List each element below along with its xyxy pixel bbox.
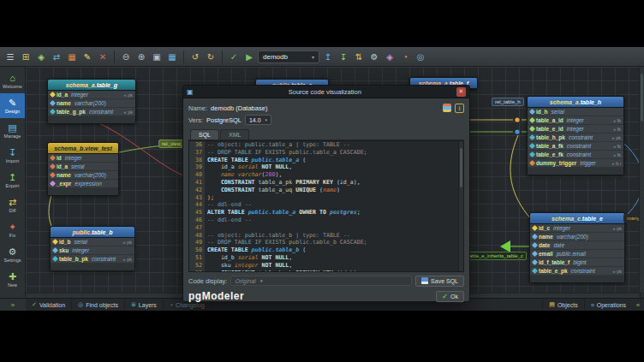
table-widget-table_h[interactable]: schema_a.table_hid_hserialtable_a_idinte… [527, 96, 624, 175]
version-combo[interactable]: 14.0 ▾ [245, 115, 271, 125]
line-number: 42 [189, 187, 205, 194]
relationship-label-rel_table_h[interactable]: rel_table_h [492, 98, 524, 106]
new-relationship-icon[interactable]: ⇄ [50, 50, 63, 63]
about-icon[interactable]: ◎ [414, 50, 427, 63]
run-icon[interactable]: ▶ [242, 50, 256, 63]
relationship-label-inherit[interactable]: table_e_inherits_table_c [464, 252, 527, 260]
new-view-icon[interactable]: ◈ [34, 50, 48, 63]
table-row[interactable]: namevarchar(200) [48, 99, 135, 108]
table-row[interactable]: id_aserial [48, 163, 118, 171]
table-row[interactable]: dummy_triggertrigger« b i [528, 159, 623, 168]
new-table-icon[interactable]: ⊞ [19, 50, 33, 63]
table-row[interactable]: id_f_table_fbigint [530, 258, 624, 267]
ok-button[interactable]: ✓ Ok [436, 291, 464, 302]
expand-right-icon[interactable]: « [632, 301, 644, 309]
main-menu-icon[interactable]: ☰ [3, 50, 17, 63]
import-model-icon[interactable]: ↧ [337, 50, 350, 63]
settings-icon[interactable]: ⚙ [367, 50, 381, 63]
validation-button[interactable]: ✓Validation [26, 299, 72, 311]
donut-chart-icon[interactable]: ◔ [398, 50, 412, 63]
table-row[interactable]: id_bserial« pk [51, 238, 134, 246]
objects-button[interactable]: ▤Objects [542, 299, 583, 311]
undo-icon[interactable]: ↺ [188, 50, 202, 63]
code-text: sku integer NOT NULL, [205, 262, 292, 270]
table-row[interactable]: _exprexpression [48, 180, 118, 188]
code-line: 41 CONSTRAINT table_a_pk PRIMARY KEY (id… [189, 179, 458, 187]
sidebar-item-fix[interactable]: ✦Fix [0, 217, 25, 242]
table-row[interactable]: emailpublic.email [530, 250, 624, 258]
layers-button[interactable]: ≣Layers [125, 299, 164, 311]
scrollbar-thumb[interactable] [460, 148, 462, 187]
table-row[interactable]: table_e_idinteger« fk [528, 125, 623, 134]
code-token: public.table_b [252, 246, 300, 253]
sidebar-item-settings[interactable]: ⚙Settings [0, 242, 25, 267]
table-row[interactable]: table_e_pkconstraint« pk [530, 267, 624, 276]
table-row[interactable]: table_g_pkconstraint« pk [48, 108, 135, 116]
table-row[interactable]: table_a_fkconstraint« fk [528, 142, 623, 151]
plugins-icon[interactable]: ◈ [383, 50, 397, 63]
export-model-icon[interactable]: ↥ [321, 50, 335, 63]
line-number: 38 [189, 157, 205, 164]
scrollbar-thumb[interactable] [641, 74, 643, 122]
database-combo[interactable]: demodb▾ [258, 50, 319, 63]
code-line: 44-- ddl-end -- [189, 201, 458, 209]
table-row[interactable]: namevarchar(200) [48, 171, 118, 180]
table-row[interactable]: id_hserial [528, 108, 623, 116]
zoom-out-icon[interactable]: ⊖ [119, 50, 133, 63]
table-widget-table_g[interactable]: schema_a.table_gid_ainteger« pknamevarch… [47, 79, 136, 124]
new-schema-icon[interactable]: ▦ [65, 50, 79, 63]
code-token: CONSTRAINT [221, 187, 255, 193]
table-row[interactable]: idinteger [48, 154, 118, 163]
tab-xml[interactable]: XML [220, 129, 249, 139]
column-name: name [57, 172, 71, 178]
sidebar-item-export[interactable]: ↥Export [0, 168, 25, 193]
table-row[interactable]: table_e_fkconstraint« fk [528, 151, 623, 159]
expand-left-icon[interactable]: » [0, 299, 26, 311]
table-row[interactable]: datedate [530, 241, 624, 250]
code-token: postgres [330, 209, 357, 216]
fit-view-icon[interactable]: ▣ [150, 50, 164, 63]
code-line: 47 [189, 224, 458, 232]
table-row[interactable]: table_a_idinteger« fk [528, 116, 623, 125]
code-line: 36-- object: public.table_a | type: TABL… [189, 141, 458, 149]
table-header: schema_a.table_g [48, 80, 135, 91]
hint-icon[interactable]: i [455, 104, 464, 113]
close-icon[interactable]: ✕ [456, 87, 466, 97]
find-objects-button[interactable]: ◎Find objects [72, 299, 125, 311]
operations-button[interactable]: ≡Operations [584, 299, 632, 311]
validate-model-icon[interactable]: ✓ [227, 50, 241, 63]
delete-object-icon[interactable]: ✕ [96, 50, 110, 63]
edit-object-icon[interactable]: ✎ [80, 50, 94, 63]
sidebar-item-manage[interactable]: ▤Manage [0, 118, 25, 143]
table-widget-table_e[interactable]: schema_c.table_eid_cinteger« pknamevarch… [529, 212, 625, 283]
table-widget-view_test[interactable]: schema_b.view_testidintegerid_aserialnam… [47, 142, 119, 196]
zoom-in-icon[interactable]: ⊕ [134, 50, 148, 63]
dialog-titlebar[interactable]: ▣ Source code visualization ✕ [183, 86, 469, 98]
column-name: _expr [57, 181, 71, 187]
sidebar-item-new[interactable]: ✚New [0, 267, 25, 292]
code-scrollbar[interactable] [458, 141, 463, 271]
table-widget-table_b[interactable]: public.table_bid_bserial« pkskuintegerta… [50, 226, 135, 271]
code-token: ); [207, 194, 214, 201]
redo-icon[interactable]: ↻ [204, 50, 218, 63]
code-editor[interactable]: 36-- object: public.table_a | type: TABL… [188, 140, 464, 272]
status-button-label: Layers [139, 302, 157, 308]
sidebar-item-import[interactable]: ↧Import [0, 143, 25, 168]
save-sql-button[interactable]: Save SQL [415, 276, 464, 287]
toggle-grid-icon[interactable]: ▦ [165, 50, 179, 63]
table-row[interactable]: id_ainteger« pk [48, 91, 135, 99]
sidebar-item-label: Import [6, 158, 20, 163]
sidebar-item-design[interactable]: ✎Design [0, 93, 25, 118]
code-token [207, 270, 221, 271]
operations-icon: ≡ [591, 302, 594, 308]
canvas-vertical-scrollbar[interactable] [639, 67, 644, 292]
table-row[interactable]: skuinteger [51, 246, 134, 255]
table-row[interactable]: namevarchar(200) [530, 233, 624, 241]
table-row[interactable]: id_cinteger« pk [530, 224, 624, 233]
tab-sql[interactable]: SQL [190, 129, 219, 139]
diff-model-icon[interactable]: ⇅ [352, 50, 366, 63]
sidebar-item-diff[interactable]: ⇄Diff [0, 193, 25, 217]
sidebar-item-welcome[interactable]: ⌂Welcome [0, 68, 25, 93]
table-row[interactable]: table_b_pkconstraint« pk [51, 255, 134, 264]
table-row[interactable]: table_h_pkconstraint« pk [528, 134, 623, 142]
